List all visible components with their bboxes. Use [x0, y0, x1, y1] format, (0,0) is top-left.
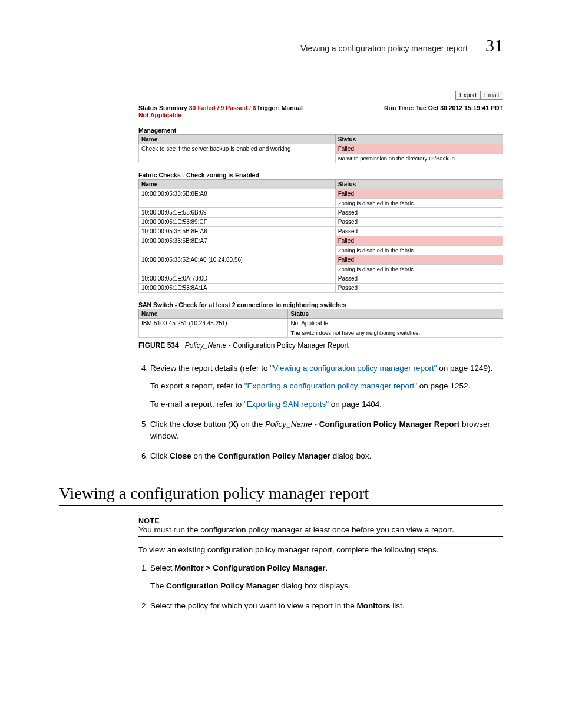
text: ) on the: [236, 420, 266, 429]
dialog-name: Configuration Policy Manager: [166, 581, 279, 590]
text: dialog box displays.: [279, 581, 351, 590]
cell-status: Passed: [335, 208, 503, 218]
col-name: Name: [139, 309, 288, 319]
text: Select the policy for which you want to …: [150, 601, 356, 610]
status-badge: Failed: [336, 236, 503, 245]
san-table: Name Status IBM-5100-45-251 (10.24.45.25…: [138, 309, 503, 338]
text: Review the report details (refer to: [150, 364, 270, 373]
status-detail: No write permission on the directory D:/…: [336, 153, 503, 163]
email-button[interactable]: Email: [480, 91, 503, 100]
xref-viewing-report[interactable]: "Viewing a configuration policy manager …: [270, 364, 437, 373]
cell-status: Failed Zoning is disabled in the fabric.: [335, 236, 503, 255]
note-rule: [138, 536, 503, 537]
menu-path: Monitor > Configuration Policy Manager: [174, 564, 325, 572]
status-badge: Not Applicable: [288, 319, 503, 328]
cell-name: 10:00:00:05:33:5B:8E:A7: [139, 236, 336, 255]
status-summary-prefix: Status Summary: [138, 104, 189, 111]
steps-new: Select Monitor > Configuration Policy Ma…: [138, 562, 503, 612]
fabric-table: Name Status 10:00:00:05:33:5B:8E:A8 Fail…: [138, 179, 503, 293]
table-row: 10:00:00:05:1E:53:89:CF Passed: [139, 218, 503, 227]
note-block: NOTE You must run the configuration poli…: [138, 517, 503, 537]
text: on page 1249).: [437, 364, 493, 373]
step-1: Select Monitor > Configuration Policy Ma…: [150, 562, 503, 592]
section-title-san: SAN Switch - Check for at least 2 connec…: [138, 301, 503, 308]
status-badge: Failed: [336, 189, 503, 198]
step-2: Select the policy for which you want to …: [150, 600, 503, 612]
document-page: Viewing a configuration policy manager r…: [0, 0, 562, 665]
close-x: X: [231, 420, 236, 429]
text: -: [312, 420, 319, 429]
text: .: [325, 564, 328, 572]
text: To export a report, refer to: [150, 381, 244, 390]
cell-status: Failed Zoning is disabled in the fabric.: [335, 189, 503, 208]
cell-status: Passed: [335, 284, 503, 293]
text: on page 1252.: [417, 381, 470, 390]
text: Select: [150, 564, 174, 572]
status-badge: Failed: [336, 144, 503, 153]
status-badge: Passed: [336, 208, 503, 217]
cell-name: IBM-5100-45-251 (10.24.45.251): [139, 319, 288, 338]
table-row: 10:00:00:05:33:5B:8E:A7 Failed Zoning is…: [139, 236, 503, 255]
runtime-label: Run Time: Tue Oct 30 2012 15:19:41 PDT: [355, 104, 503, 111]
export-button[interactable]: Export: [455, 91, 481, 100]
policy-name-ital: Policy_Name: [265, 420, 312, 429]
section-title-fabric: Fabric Checks - Check zoning is Enabled: [138, 172, 503, 179]
trigger-label: Trigger: Manual: [257, 104, 355, 111]
step-4: Review the report details (refer to "Vie…: [150, 363, 503, 410]
dialog-bold: Configuration Policy Manager: [218, 452, 330, 460]
table-row: 10:00:00:05:1E:0A:73:0D Passed: [139, 274, 503, 284]
cell-status: Failed Zoning is disabled in the fabric.: [335, 255, 503, 274]
close-bold: Close: [170, 452, 191, 460]
cell-status: Passed: [335, 227, 503, 236]
col-name: Name: [139, 180, 336, 189]
cell-name: 10:00:00:05:1E:53:89:CF: [139, 218, 336, 227]
cell-status: Failed No write permission on the direct…: [335, 144, 503, 163]
table-row: 10:00:00:05:1E:53:8A:1A Passed: [139, 284, 503, 293]
intro-paragraph: To view an existing configuration policy…: [138, 545, 503, 554]
cell-name: Check to see if the server backup is ena…: [139, 144, 336, 163]
running-title: Viewing a configuration policy manager r…: [300, 44, 468, 53]
text: list.: [390, 601, 404, 610]
status-badge: Passed: [336, 274, 503, 283]
figure-caption: FIGURE 534 Policy_Name - Configuration P…: [138, 341, 503, 350]
status-detail: Zoning is disabled in the fabric.: [336, 264, 503, 274]
xref-exporting-san[interactable]: "Exporting SAN reports": [244, 400, 329, 409]
figure-ital: Policy_Name: [185, 341, 227, 350]
xref-exporting-report[interactable]: "Exporting a configuration policy manage…: [244, 381, 417, 390]
status-detail: Zoning is disabled in the fabric.: [336, 198, 503, 207]
col-name: Name: [139, 135, 336, 144]
report-button-row: Export Email: [138, 91, 503, 100]
section-title-management: Management: [138, 127, 503, 134]
running-header: Viewing a configuration policy manager r…: [59, 35, 503, 55]
cell-name: 10:00:00:05:33:5B:8E:A8: [139, 189, 336, 208]
table-header-row: Name Status: [139, 135, 503, 144]
status-summary: Status Summary 30 Failed / 9 Passed / 6 …: [138, 104, 257, 118]
management-table: Name Status Check to see if the server b…: [138, 134, 503, 163]
report-summary-row: Status Summary 30 Failed / 9 Passed / 6 …: [138, 104, 503, 118]
status-badge: Passed: [336, 227, 503, 236]
text: Click the close button (: [150, 420, 231, 429]
note-body: You must run the configuration policy ma…: [138, 525, 503, 534]
table-row: 10:00:00:05:33:5B:8E:A8 Failed Zoning is…: [139, 189, 503, 208]
figure-suffix: - Configuration Policy Manager Report: [226, 341, 348, 350]
table-row: 10:00:00:05:33:52:A0:A0 [10.24.60.56] Fa…: [139, 255, 503, 274]
text: on page 1404.: [329, 400, 382, 409]
table-header-row: Name Status: [139, 180, 503, 189]
figure-label: FIGURE 534: [138, 341, 179, 350]
cell-status: Not Applicable The switch does not have …: [288, 319, 503, 338]
cell-name: 10:00:00:05:33:52:A0:A0 [10.24.60.56]: [139, 255, 336, 274]
status-badge: Passed: [336, 218, 503, 226]
table-row: 10:00:00:05:1E:53:6B:69 Passed: [139, 208, 503, 218]
note-header: NOTE: [138, 517, 503, 525]
monitors-bold: Monitors: [356, 601, 390, 610]
cell-status: Passed: [335, 274, 503, 284]
text: The: [150, 581, 166, 590]
text: on the: [191, 452, 218, 460]
table-header-row: Name Status: [139, 309, 503, 319]
status-badge: Failed: [336, 255, 503, 264]
heading-rule: [59, 505, 503, 506]
steps-continued: Review the report details (refer to "Vie…: [138, 363, 503, 463]
col-status: Status: [335, 180, 503, 189]
col-status: Status: [288, 309, 503, 319]
cell-name: 10:00:00:05:1E:53:8A:1A: [139, 284, 336, 293]
